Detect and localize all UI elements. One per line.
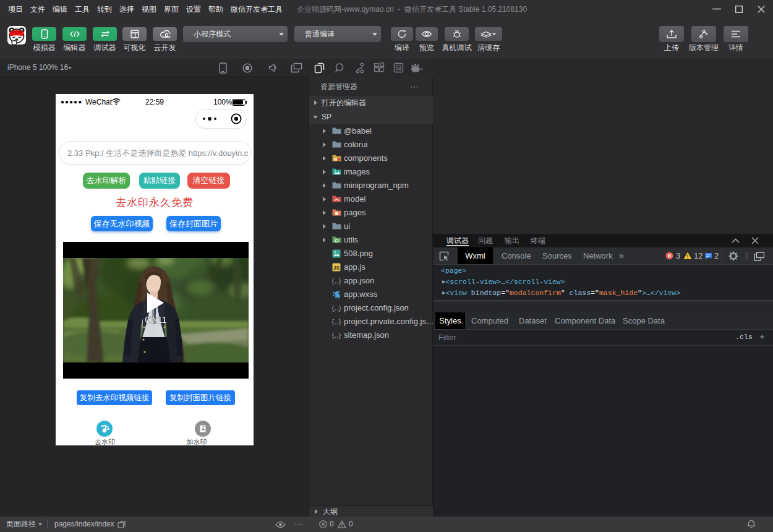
svg-text:{..}: {..} — [332, 319, 341, 326]
svg-text:{..}: {..} — [332, 306, 341, 312]
svg-text:{..}: {..} — [332, 333, 341, 340]
svg-text:00:11: 00:11 — [145, 315, 166, 325]
svg-text:{..}: {..} — [332, 278, 341, 285]
svg-text:JS: JS — [333, 265, 340, 271]
